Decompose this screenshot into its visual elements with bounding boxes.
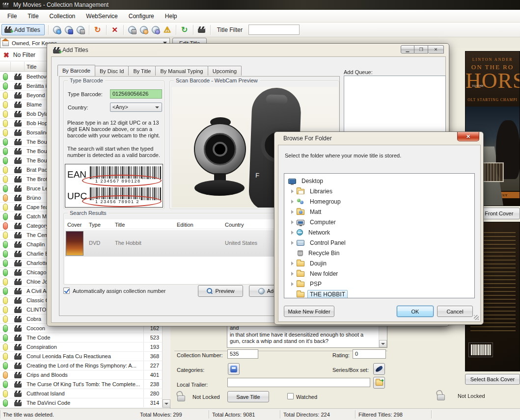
add-titles-button[interactable]: + Add Titles bbox=[1, 24, 45, 35]
table-row[interactable]: The Curse Of King Tut's Tomb: The Comple… bbox=[0, 380, 162, 389]
expand-arrow-icon[interactable] bbox=[288, 262, 297, 265]
column-header[interactable]: Edition bbox=[177, 222, 193, 228]
menu-item[interactable]: WebService bbox=[81, 11, 123, 22]
warning-icon[interactable]: ⚠ bbox=[163, 25, 172, 35]
auto-assign-checkbox[interactable] bbox=[63, 288, 70, 294]
folder-tree-item[interactable]: Matt bbox=[284, 207, 474, 217]
minimize-button[interactable]: ▁ bbox=[401, 45, 414, 53]
resize-grip[interactable] bbox=[474, 315, 479, 320]
barcode-input[interactable]: 012569056626 bbox=[110, 89, 162, 99]
table-row[interactable]: Crips and Bloods 401 bbox=[0, 370, 162, 380]
instructions-text: Please type in an 12 digit UPC or a 13 d… bbox=[67, 120, 162, 139]
disc-copy-icon[interactable] bbox=[127, 25, 137, 35]
expand-arrow-icon[interactable] bbox=[288, 210, 297, 214]
edit-clapper-icon[interactable] bbox=[197, 25, 207, 35]
table-row[interactable]: The Code 523 bbox=[0, 333, 162, 342]
rating-field[interactable]: 0 bbox=[353, 349, 386, 359]
expand-arrow-icon[interactable] bbox=[288, 272, 297, 276]
folder-tree-item[interactable]: PSP bbox=[284, 279, 474, 289]
folder-label: Libraries bbox=[307, 187, 335, 196]
watched-checkbox[interactable] bbox=[287, 393, 294, 399]
tab[interactable]: By Disc Id bbox=[95, 66, 129, 76]
title-filter-input[interactable] bbox=[248, 25, 300, 35]
folder-tree-item[interactable]: New folder bbox=[284, 268, 474, 279]
folder-tree-item[interactable]: Homegroup bbox=[284, 196, 474, 207]
status-pill-icon bbox=[3, 166, 8, 174]
browse-trailer-button[interactable] bbox=[373, 377, 385, 389]
folder-tree-item[interactable]: Network bbox=[284, 227, 474, 237]
status-cell bbox=[0, 138, 11, 146]
status-pill-icon bbox=[3, 92, 8, 99]
column-header[interactable]: Cover bbox=[67, 222, 82, 228]
menu-item[interactable]: Help bbox=[160, 11, 183, 22]
column-header[interactable]: Title bbox=[115, 222, 125, 228]
table-row[interactable]: Conspiration 193 bbox=[0, 342, 162, 352]
expand-arrow-icon[interactable] bbox=[288, 200, 297, 204]
tab[interactable]: By Barcode bbox=[57, 65, 95, 76]
menu-item[interactable]: File bbox=[2, 11, 22, 22]
folder-tree-item[interactable]: Libraries bbox=[284, 186, 474, 196]
column-header[interactable]: Type bbox=[89, 222, 101, 228]
movie-clapper-icon bbox=[14, 391, 22, 397]
folder-label: Network bbox=[306, 228, 332, 237]
menu-item[interactable]: Configure bbox=[123, 11, 160, 22]
maximize-button[interactable]: ❒ bbox=[414, 45, 428, 53]
make-new-folder-button[interactable]: Make New Folder bbox=[284, 306, 334, 317]
expand-arrow-icon[interactable] bbox=[288, 220, 297, 224]
red-ellipse bbox=[82, 195, 162, 207]
folder-tree-item[interactable]: Doujin bbox=[284, 258, 474, 268]
dialog-title: Add Titles bbox=[62, 47, 88, 53]
window-titlebar[interactable]: My Movies - Collection Management bbox=[0, 0, 520, 10]
status-pill-icon bbox=[3, 148, 8, 155]
refresh-collection-icon[interactable]: ↻ bbox=[180, 25, 190, 35]
folder-tree-item[interactable]: THE HOBBIT bbox=[284, 289, 474, 298]
table-row[interactable]: Creating the Lord of the Rings Symphony:… bbox=[0, 361, 162, 370]
expand-arrow-icon[interactable] bbox=[288, 231, 297, 235]
cancel-button[interactable]: Cancel bbox=[437, 306, 473, 317]
convert-refresh-icon[interactable]: ↻ bbox=[93, 25, 103, 35]
delete-title-icon[interactable]: ✕ bbox=[110, 25, 120, 35]
select-back-cover-button[interactable]: Select Back Cover bbox=[465, 374, 520, 385]
close-button[interactable]: ✕ bbox=[457, 132, 479, 141]
ok-button[interactable]: OK bbox=[397, 306, 434, 317]
expand-arrow-icon[interactable] bbox=[288, 189, 297, 193]
add-disc-globe-icon[interactable] bbox=[52, 25, 62, 35]
type-cell bbox=[11, 176, 25, 183]
status-column-header[interactable] bbox=[0, 62, 11, 71]
type-cell bbox=[11, 381, 25, 388]
table-row[interactable]: The DaVinci Code 314 bbox=[0, 398, 162, 408]
tab[interactable]: Upcoming bbox=[208, 66, 242, 76]
scroll-down-icon[interactable] bbox=[163, 399, 170, 408]
table-row[interactable]: Conul Leonida Fata Cu Reactiunea 368 bbox=[0, 352, 162, 361]
save-title-button[interactable]: Save Title bbox=[227, 391, 269, 402]
table-row[interactable]: Cutthroat Island 280 bbox=[0, 389, 162, 398]
expand-arrow-icon[interactable] bbox=[288, 241, 297, 245]
categories-button[interactable] bbox=[228, 363, 240, 375]
add-disc-save-icon[interactable] bbox=[64, 25, 74, 35]
dialog-titlebar[interactable]: + Add Titles ▁ ❒ ✕ bbox=[47, 44, 449, 56]
folder-tree-item[interactable]: Computer bbox=[284, 217, 474, 227]
collection-number-field[interactable]: 535 bbox=[227, 349, 258, 359]
tab[interactable]: By Title bbox=[128, 66, 156, 76]
close-button[interactable]: ✕ bbox=[428, 45, 444, 53]
folder-tree-item[interactable]: Desktop bbox=[284, 176, 474, 186]
column-header[interactable]: Country bbox=[225, 222, 244, 228]
scroll-down-icon[interactable] bbox=[379, 340, 387, 347]
menu-item[interactable]: Collection bbox=[44, 11, 81, 22]
folder-tree-item[interactable]: Control Panel bbox=[284, 237, 474, 248]
status-cell bbox=[0, 315, 11, 323]
add-disc-drive-icon[interactable] bbox=[76, 25, 85, 35]
disc-play-icon[interactable] bbox=[151, 25, 161, 35]
dialog-titlebar[interactable]: Browse For Folder ✕ bbox=[274, 132, 483, 145]
expand-arrow-icon[interactable] bbox=[288, 282, 297, 286]
unlock-icon bbox=[176, 391, 187, 402]
folder-tree-item[interactable]: Recycle Bin bbox=[284, 248, 474, 258]
tab[interactable]: By Manual Typing bbox=[155, 66, 208, 76]
menu-item[interactable]: Title bbox=[22, 11, 44, 22]
disc-user-icon[interactable] bbox=[139, 25, 149, 35]
local-trailer-field[interactable] bbox=[227, 378, 370, 387]
type-column-header[interactable] bbox=[11, 62, 25, 71]
series-box-set-button[interactable] bbox=[373, 363, 385, 375]
preview-button[interactable]: Preview bbox=[198, 285, 243, 297]
country-select[interactable]: <Any> bbox=[110, 103, 162, 112]
